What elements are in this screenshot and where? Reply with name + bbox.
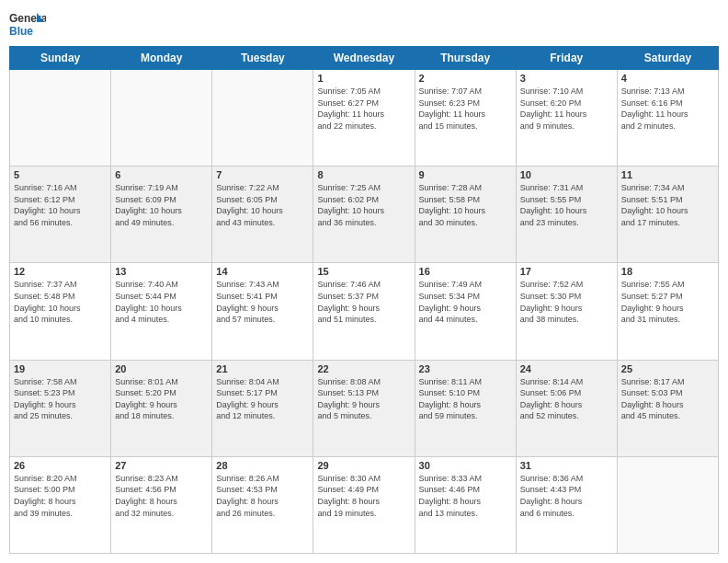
day-info: Sunrise: 8:14 AM Sunset: 5:06 PM Dayligh… (520, 376, 613, 422)
calendar-cell: 20Sunrise: 8:01 AM Sunset: 5:20 PM Dayli… (111, 360, 212, 456)
day-number: 26 (14, 460, 107, 471)
calendar-table: SundayMondayTuesdayWednesdayThursdayFrid… (9, 46, 719, 554)
svg-text:Blue: Blue (9, 25, 33, 38)
calendar-cell: 4Sunrise: 7:13 AM Sunset: 6:16 PM Daylig… (617, 70, 718, 167)
weekday-header-saturday: Saturday (617, 47, 718, 70)
calendar-cell: 10Sunrise: 7:31 AM Sunset: 5:55 PM Dayli… (516, 167, 617, 263)
day-info: Sunrise: 8:04 AM Sunset: 5:17 PM Dayligh… (216, 376, 309, 422)
calendar-cell: 22Sunrise: 8:08 AM Sunset: 5:13 PM Dayli… (313, 360, 415, 456)
day-info: Sunrise: 7:13 AM Sunset: 6:16 PM Dayligh… (621, 86, 714, 132)
calendar-cell: 12Sunrise: 7:37 AM Sunset: 5:48 PM Dayli… (10, 263, 111, 360)
day-number: 2 (419, 73, 512, 84)
logo-icon: General Blue (9, 9, 46, 39)
day-number: 4 (621, 73, 714, 84)
calendar-cell: 1Sunrise: 7:05 AM Sunset: 6:27 PM Daylig… (313, 70, 415, 167)
calendar-cell (111, 70, 212, 167)
calendar-cell: 30Sunrise: 8:33 AM Sunset: 4:46 PM Dayli… (415, 456, 516, 553)
weekday-header-row: SundayMondayTuesdayWednesdayThursdayFrid… (10, 47, 719, 70)
day-number: 14 (216, 266, 309, 277)
calendar-cell: 19Sunrise: 7:58 AM Sunset: 5:23 PM Dayli… (10, 360, 111, 456)
day-number: 25 (621, 363, 714, 374)
day-number: 9 (419, 169, 512, 180)
day-number: 10 (520, 169, 613, 180)
day-info: Sunrise: 7:58 AM Sunset: 5:23 PM Dayligh… (14, 376, 107, 422)
day-info: Sunrise: 7:52 AM Sunset: 5:30 PM Dayligh… (520, 279, 613, 325)
day-info: Sunrise: 7:55 AM Sunset: 5:27 PM Dayligh… (621, 279, 714, 325)
weekday-header-friday: Friday (516, 47, 617, 70)
day-number: 31 (520, 460, 613, 471)
day-info: Sunrise: 8:11 AM Sunset: 5:10 PM Dayligh… (419, 376, 512, 422)
day-info: Sunrise: 8:01 AM Sunset: 5:20 PM Dayligh… (115, 376, 208, 422)
calendar-cell: 7Sunrise: 7:22 AM Sunset: 6:05 PM Daylig… (212, 167, 313, 263)
day-info: Sunrise: 7:05 AM Sunset: 6:27 PM Dayligh… (317, 86, 410, 132)
day-number: 24 (520, 363, 613, 374)
day-number: 1 (317, 73, 410, 84)
calendar-cell: 27Sunrise: 8:23 AM Sunset: 4:56 PM Dayli… (111, 456, 212, 553)
weekday-header-sunday: Sunday (10, 47, 111, 70)
day-number: 20 (115, 363, 208, 374)
calendar-cell: 16Sunrise: 7:49 AM Sunset: 5:34 PM Dayli… (415, 263, 516, 360)
calendar-cell: 8Sunrise: 7:25 AM Sunset: 6:02 PM Daylig… (313, 167, 415, 263)
day-info: Sunrise: 8:23 AM Sunset: 4:56 PM Dayligh… (115, 473, 208, 519)
weekday-header-monday: Monday (111, 47, 212, 70)
calendar-cell: 31Sunrise: 8:36 AM Sunset: 4:43 PM Dayli… (516, 456, 617, 553)
day-info: Sunrise: 7:31 AM Sunset: 5:55 PM Dayligh… (520, 182, 613, 228)
day-number: 23 (419, 363, 512, 374)
day-number: 27 (115, 460, 208, 471)
day-info: Sunrise: 7:37 AM Sunset: 5:48 PM Dayligh… (14, 279, 107, 325)
calendar-cell: 24Sunrise: 8:14 AM Sunset: 5:06 PM Dayli… (516, 360, 617, 456)
day-info: Sunrise: 8:17 AM Sunset: 5:03 PM Dayligh… (621, 376, 714, 422)
day-info: Sunrise: 7:22 AM Sunset: 6:05 PM Dayligh… (216, 182, 309, 228)
day-info: Sunrise: 7:10 AM Sunset: 6:20 PM Dayligh… (520, 86, 613, 132)
page-header: General Blue (9, 9, 719, 39)
calendar-week-row: 1Sunrise: 7:05 AM Sunset: 6:27 PM Daylig… (10, 70, 719, 167)
calendar-cell: 23Sunrise: 8:11 AM Sunset: 5:10 PM Dayli… (415, 360, 516, 456)
day-number: 15 (317, 266, 410, 277)
calendar-cell: 13Sunrise: 7:40 AM Sunset: 5:44 PM Dayli… (111, 263, 212, 360)
day-number: 17 (520, 266, 613, 277)
day-number: 5 (14, 169, 107, 180)
calendar-week-row: 12Sunrise: 7:37 AM Sunset: 5:48 PM Dayli… (10, 263, 719, 360)
calendar-cell: 14Sunrise: 7:43 AM Sunset: 5:41 PM Dayli… (212, 263, 313, 360)
day-info: Sunrise: 8:26 AM Sunset: 4:53 PM Dayligh… (216, 473, 309, 519)
calendar-cell: 9Sunrise: 7:28 AM Sunset: 5:58 PM Daylig… (415, 167, 516, 263)
day-info: Sunrise: 8:36 AM Sunset: 4:43 PM Dayligh… (520, 473, 613, 519)
calendar-week-row: 5Sunrise: 7:16 AM Sunset: 6:12 PM Daylig… (10, 167, 719, 263)
day-number: 13 (115, 266, 208, 277)
day-number: 28 (216, 460, 309, 471)
day-info: Sunrise: 8:30 AM Sunset: 4:49 PM Dayligh… (317, 473, 410, 519)
calendar-cell: 17Sunrise: 7:52 AM Sunset: 5:30 PM Dayli… (516, 263, 617, 360)
weekday-header-thursday: Thursday (415, 47, 516, 70)
calendar-cell (617, 456, 718, 553)
day-info: Sunrise: 7:34 AM Sunset: 5:51 PM Dayligh… (621, 182, 714, 228)
calendar-cell (10, 70, 111, 167)
calendar-cell: 21Sunrise: 8:04 AM Sunset: 5:17 PM Dayli… (212, 360, 313, 456)
day-info: Sunrise: 8:08 AM Sunset: 5:13 PM Dayligh… (317, 376, 410, 422)
day-info: Sunrise: 7:19 AM Sunset: 6:09 PM Dayligh… (115, 182, 208, 228)
day-number: 29 (317, 460, 410, 471)
weekday-header-wednesday: Wednesday (313, 47, 415, 70)
day-number: 30 (419, 460, 512, 471)
calendar-cell: 11Sunrise: 7:34 AM Sunset: 5:51 PM Dayli… (617, 167, 718, 263)
day-info: Sunrise: 7:07 AM Sunset: 6:23 PM Dayligh… (419, 86, 512, 132)
day-number: 21 (216, 363, 309, 374)
day-number: 18 (621, 266, 714, 277)
calendar-cell: 18Sunrise: 7:55 AM Sunset: 5:27 PM Dayli… (617, 263, 718, 360)
calendar-cell (212, 70, 313, 167)
calendar-cell: 5Sunrise: 7:16 AM Sunset: 6:12 PM Daylig… (10, 167, 111, 263)
weekday-header-tuesday: Tuesday (212, 47, 313, 70)
calendar-cell: 3Sunrise: 7:10 AM Sunset: 6:20 PM Daylig… (516, 70, 617, 167)
day-number: 16 (419, 266, 512, 277)
day-number: 3 (520, 73, 613, 84)
day-number: 6 (115, 169, 208, 180)
day-info: Sunrise: 7:16 AM Sunset: 6:12 PM Dayligh… (14, 182, 107, 228)
day-info: Sunrise: 7:49 AM Sunset: 5:34 PM Dayligh… (419, 279, 512, 325)
calendar-cell: 29Sunrise: 8:30 AM Sunset: 4:49 PM Dayli… (313, 456, 415, 553)
day-number: 11 (621, 169, 714, 180)
calendar-cell: 28Sunrise: 8:26 AM Sunset: 4:53 PM Dayli… (212, 456, 313, 553)
calendar-week-row: 26Sunrise: 8:20 AM Sunset: 5:00 PM Dayli… (10, 456, 719, 553)
calendar-cell: 26Sunrise: 8:20 AM Sunset: 5:00 PM Dayli… (10, 456, 111, 553)
day-number: 22 (317, 363, 410, 374)
day-info: Sunrise: 7:46 AM Sunset: 5:37 PM Dayligh… (317, 279, 410, 325)
page-container: General Blue SundayMondayTuesdayWednesda… (0, 0, 728, 563)
